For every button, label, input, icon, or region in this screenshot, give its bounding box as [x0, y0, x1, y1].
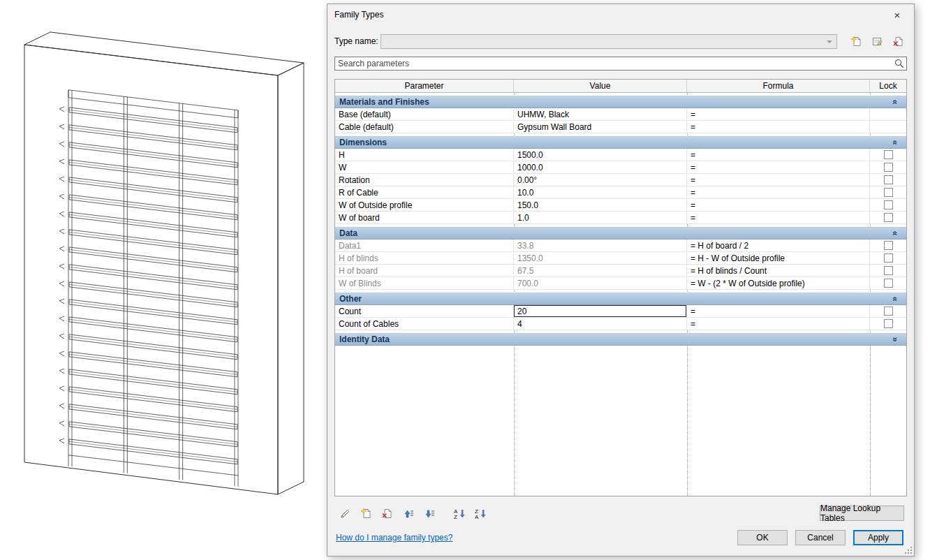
param-cell[interactable]: Data1	[335, 240, 514, 251]
value-cell[interactable]: 1000.0	[514, 161, 687, 173]
group-header-materials-and-finishes[interactable]: Materials and Finishes«	[335, 96, 906, 108]
group-header-identity-data[interactable]: Identity Data»	[335, 333, 906, 346]
param-cell[interactable]: W of board	[335, 212, 514, 223]
search-icon[interactable]	[894, 59, 904, 71]
formula-cell[interactable]: = H of board / 2	[687, 240, 870, 251]
formula-cell[interactable]: =	[687, 108, 870, 120]
chevron-expanded-icon[interactable]: «	[891, 100, 901, 105]
manage-lookup-tables-button[interactable]: Manage Lookup Tables	[820, 506, 904, 521]
type-name-combobox[interactable]	[381, 34, 837, 49]
lock-checkbox[interactable]	[884, 175, 893, 184]
formula-cell[interactable]: =	[687, 149, 870, 161]
formula-cell[interactable]: =	[687, 305, 870, 317]
lock-checkbox[interactable]	[884, 319, 893, 328]
column-header-formula[interactable]: Formula	[687, 80, 870, 92]
lock-checkbox[interactable]	[884, 200, 893, 209]
param-cell[interactable]: W of Blinds	[335, 277, 514, 289]
help-link[interactable]: How do I manage family types?	[336, 533, 452, 543]
param-cell[interactable]: Rotation	[335, 174, 514, 186]
move-parameter-down-button[interactable]	[420, 506, 438, 521]
chevron-expanded-icon[interactable]: «	[891, 231, 901, 236]
formula-cell[interactable]: =	[687, 199, 870, 211]
value-cell[interactable]: 67.5	[514, 265, 687, 277]
value-cell[interactable]: 1.0	[514, 212, 687, 223]
slab-right-face	[278, 63, 304, 494]
param-cell[interactable]: H of blinds	[335, 252, 514, 264]
formula-cell[interactable]: = H - W of Outside profile	[687, 252, 870, 264]
group-header-other[interactable]: Other«	[335, 293, 906, 305]
cancel-button[interactable]: Cancel	[795, 530, 846, 545]
rename-type-button[interactable]	[868, 34, 886, 49]
formula-cell[interactable]: = W - (2 * W of Outside profile)	[687, 277, 870, 289]
lock-checkbox[interactable]	[884, 241, 893, 250]
lock-checkbox[interactable]	[884, 213, 893, 222]
sort-ascending-button[interactable]: A Z	[450, 506, 469, 521]
formula-cell[interactable]: =	[687, 174, 870, 186]
value-cell[interactable]: 1500.0	[514, 149, 687, 161]
param-cell[interactable]: H	[335, 149, 514, 161]
formula-cell[interactable]: =	[687, 318, 870, 330]
param-cell[interactable]: Cable (default)	[335, 121, 514, 133]
delete-parameter-button[interactable]	[378, 506, 397, 521]
resize-grip[interactable]	[903, 545, 913, 554]
new-type-button[interactable]	[847, 34, 865, 49]
value-cell[interactable]: 10.0	[514, 186, 687, 198]
table-row-w-of-outside-profile: W of Outside profile150.0=	[335, 199, 906, 212]
lock-checkbox[interactable]	[884, 279, 893, 288]
lock-checkbox[interactable]	[884, 266, 893, 275]
new-parameter-button[interactable]	[357, 506, 376, 521]
chevron-collapsed-icon[interactable]: »	[891, 337, 901, 342]
formula-cell[interactable]: =	[687, 161, 870, 173]
lock-checkbox[interactable]	[884, 188, 893, 197]
formula-cell[interactable]: = H of blinds / Count	[687, 265, 870, 277]
apply-button[interactable]: Apply	[853, 530, 903, 545]
table-row-h-of-blinds: H of blinds1350.0= H - W of Outside prof…	[335, 252, 906, 265]
lock-checkbox[interactable]	[884, 150, 893, 159]
formula-cell[interactable]: =	[687, 121, 870, 133]
sort-descending-button[interactable]: Z A	[471, 506, 490, 521]
param-cell[interactable]: Base (default)	[335, 108, 514, 120]
lock-checkbox[interactable]	[884, 307, 893, 316]
param-cell[interactable]: Count	[335, 305, 514, 317]
sort-descending-icon: Z A	[475, 508, 487, 520]
value-cell[interactable]: 4	[514, 318, 687, 330]
move-parameter-up-button[interactable]	[399, 506, 418, 521]
column-header-value[interactable]: Value	[514, 80, 687, 92]
value-cell[interactable]: 700.0	[514, 277, 687, 289]
chevron-expanded-icon[interactable]: «	[891, 297, 901, 302]
param-cell[interactable]: H of board	[335, 265, 514, 277]
value-cell[interactable]: 1350.0	[514, 252, 687, 264]
group-header-data[interactable]: Data«	[335, 227, 906, 240]
value-cell[interactable]: 33.8	[514, 240, 687, 251]
chevron-expanded-icon[interactable]: «	[891, 140, 901, 145]
column-header-parameter[interactable]: Parameter	[335, 80, 514, 92]
formula-cell[interactable]: =	[687, 212, 870, 223]
type-name-row: Type name:	[334, 34, 907, 49]
lock-cell	[870, 240, 906, 251]
table-row-w: W1000.0=	[335, 161, 906, 174]
value-cell[interactable]: 0.00°	[514, 174, 687, 186]
value-cell[interactable]: Gypsum Wall Board	[514, 121, 687, 133]
param-cell[interactable]: W of Outside profile	[335, 199, 514, 211]
close-icon[interactable]: ×	[887, 6, 907, 23]
table-row-count: Count20=	[335, 305, 906, 318]
search-input[interactable]	[334, 57, 907, 71]
edit-parameter-button[interactable]	[336, 506, 355, 521]
lock-checkbox[interactable]	[884, 163, 893, 172]
delete-type-button[interactable]	[889, 34, 907, 49]
parameter-toolbar: A Z Z A Manage Lookup Tables	[336, 505, 907, 522]
sort-ascending-icon: A Z	[454, 508, 466, 520]
value-cell[interactable]: UHMW, Black	[514, 108, 687, 120]
delete-parameter-icon	[381, 508, 393, 520]
param-cell[interactable]: Count of Cables	[335, 318, 514, 330]
formula-cell[interactable]: =	[687, 186, 870, 198]
dialog-titlebar[interactable]: Family Types ×	[327, 4, 914, 25]
group-header-dimensions[interactable]: Dimensions«	[335, 136, 906, 149]
lock-checkbox[interactable]	[884, 253, 893, 263]
param-cell[interactable]: R of Cable	[335, 186, 514, 198]
value-cell-editing[interactable]: 20	[514, 305, 687, 317]
value-cell[interactable]: 150.0	[514, 199, 687, 211]
ok-button[interactable]: OK	[737, 530, 788, 545]
column-header-lock[interactable]: Lock	[870, 80, 906, 92]
param-cell[interactable]: W	[335, 161, 514, 173]
